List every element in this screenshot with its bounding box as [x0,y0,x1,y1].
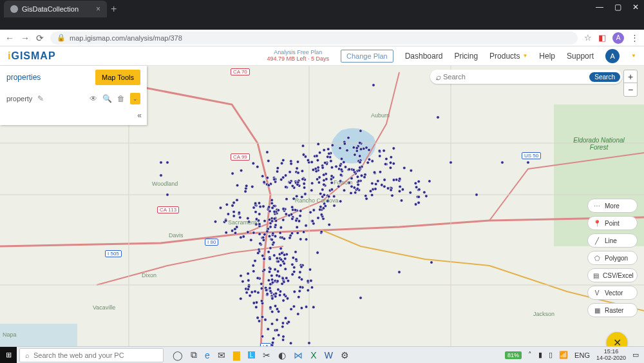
nav-pricing[interactable]: Pricing [454,52,478,61]
power-icon[interactable]: ▮ [538,351,542,359]
svg-point-307 [293,266,296,270]
chrome-icon[interactable]: ◐ [278,350,286,360]
svg-point-267 [328,152,331,155]
svg-point-402 [281,282,284,286]
svg-point-558 [166,161,169,164]
new-tab-button[interactable]: + [111,3,117,15]
windows-search[interactable]: ⌕ Search the web and your PC [19,348,164,362]
svg-point-526 [425,195,428,198]
tool-point[interactable]: 📍Point [587,216,638,230]
label-eldorado-forest: Eldorado National Forest [573,137,625,151]
snip-icon[interactable]: ✂ [263,350,270,360]
network-icon[interactable]: ▯ [549,351,553,359]
nav-products[interactable]: Products▼ [489,52,527,61]
svg-point-401 [260,300,263,303]
svg-point-327 [300,278,303,281]
svg-point-293 [289,181,292,184]
label-folsom: Folsom [334,179,353,186]
user-avatar[interactable]: A [605,49,620,63]
layer-name: property [6,95,32,103]
zoom-in-button[interactable]: + [624,70,637,83]
mail-icon[interactable]: ✉ [218,350,225,360]
map-search[interactable]: ⌕ Search Search [430,70,622,84]
search-button[interactable]: Search [589,72,620,82]
logo[interactable]: iGISMAP [8,50,56,62]
svg-point-206 [323,193,326,197]
zoom-out-button[interactable]: − [624,83,637,96]
layers-sidebar: properties Map Tools property ✎ 👁 🔍 🗑 ⌄ … [0,66,147,125]
window-close-icon[interactable]: ✕ [631,3,640,12]
nav-dashboard[interactable]: Dashboard [405,52,443,61]
trash-icon[interactable]: 🗑 [117,94,125,103]
svg-point-289 [296,183,299,186]
star-icon[interactable]: ☆ [584,33,592,43]
zoom-icon[interactable]: 🔍 [102,94,112,103]
battery-indicator[interactable]: 81% [505,351,522,359]
label-napa: Napa [3,331,17,338]
tool-line[interactable]: ╱Line [587,233,638,248]
browser-tab[interactable]: GisDataCollection × [4,1,107,17]
excel-icon[interactable]: X [310,350,316,360]
browser-menu-icon[interactable]: ⋮ [630,33,639,43]
svg-point-22 [266,151,269,154]
start-button[interactable]: ⊞ [0,347,17,364]
change-plan-button[interactable]: Change Plan [341,50,393,63]
svg-point-467 [365,146,368,150]
tray-chevron-icon[interactable]: ˄ [528,351,532,359]
map-canvas[interactable]: CA 70 CA 99 CA 113 I 80 I 505 I 5 US 50 … [0,66,644,363]
word-icon[interactable]: W [325,350,333,360]
window-maximize-icon[interactable]: ▢ [613,3,622,12]
svg-point-490 [348,168,351,171]
tool-polygon[interactable]: ⬠Polygon [587,251,638,265]
url-field[interactable]: 🔒 map.igismap.com/analysis/map/378 [50,32,578,44]
settings-icon[interactable]: ⚙ [341,350,349,360]
svg-point-512 [377,180,380,183]
svg-point-480 [352,168,355,172]
svg-point-546 [475,193,478,197]
taskview-icon[interactable]: ⧉ [191,349,197,360]
nav-support[interactable]: Support [567,52,594,61]
svg-point-124 [292,257,295,260]
explorer-icon[interactable]: ▇ [233,350,240,360]
language-indicator[interactable]: ENG [574,351,590,359]
tool-raster[interactable]: ▦Raster [587,303,638,317]
svg-point-451 [383,149,386,152]
edge-icon[interactable]: e [205,350,210,360]
window-minimize-icon[interactable]: — [595,3,604,12]
tool-vector[interactable]: VVector [587,286,638,300]
svg-point-470 [347,136,350,139]
browser-avatar[interactable]: A [612,32,624,44]
nav-reload-icon[interactable]: ⟳ [36,33,44,43]
user-menu-caret-icon[interactable]: ▼ [631,53,636,59]
nav-back-icon[interactable]: ← [5,33,14,43]
svg-point-543 [372,84,375,87]
svg-point-536 [398,177,401,181]
clock[interactable]: 15:1614-02-2020 [596,349,626,362]
svg-point-359 [247,279,251,282]
layer-expand-button[interactable]: ⌄ [130,93,140,104]
svg-point-12 [305,238,308,241]
svg-point-555 [166,193,169,197]
tool-more[interactable]: ⋯More [587,199,638,213]
svg-point-72 [252,206,256,210]
address-bar: ← → ⟳ 🔒 map.igismap.com/analysis/map/378… [0,30,644,46]
svg-point-335 [270,310,274,313]
wifi-icon[interactable]: 📶 [559,351,568,359]
svg-point-497 [358,141,361,144]
eye-icon[interactable]: 👁 [90,94,97,103]
vscode-icon[interactable]: ⋈ [294,350,303,360]
map-tools-button[interactable]: Map Tools [95,70,140,85]
nav-help[interactable]: Help [539,52,555,61]
app-icon-l[interactable]: L [248,351,256,358]
svg-point-466 [343,161,346,164]
nav-forward-icon[interactable]: → [21,33,30,43]
cortana-icon[interactable]: ◯ [173,350,183,360]
svg-point-507 [371,182,374,185]
edit-icon[interactable]: ✎ [37,94,44,103]
search-placeholder: Search [443,73,589,81]
tool-csv[interactable]: ▤CSV/Excel [587,268,638,282]
extension-icon[interactable]: ◧ [598,33,606,43]
notifications-icon[interactable]: ▭ [632,351,639,359]
sidebar-collapse-icon[interactable]: « [137,111,142,120]
tab-close-icon[interactable]: × [96,5,100,14]
